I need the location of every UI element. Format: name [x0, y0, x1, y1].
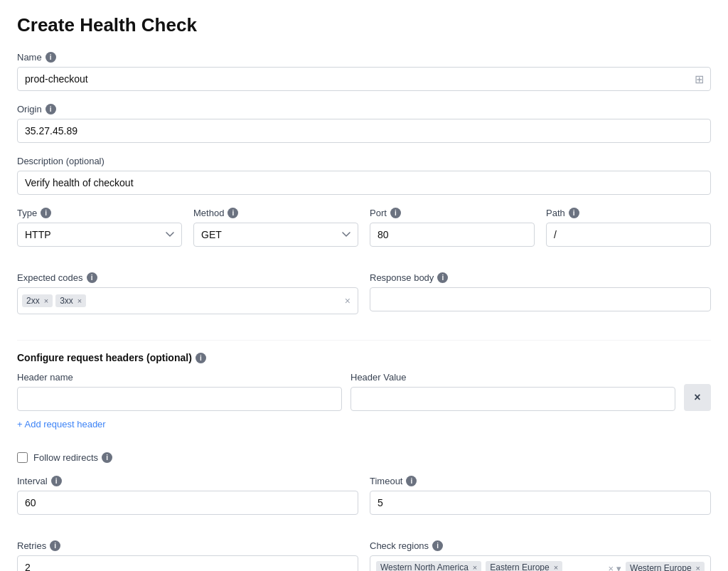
interval-timeout-row: Interval i Timeout i	[17, 476, 711, 528]
method-info-icon[interactable]: i	[228, 208, 238, 218]
headers-info-icon[interactable]: i	[196, 353, 206, 363]
check-regions-info-icon[interactable]: i	[432, 540, 443, 551]
header-value-input[interactable]	[350, 387, 675, 411]
method-label-text: Method	[193, 208, 224, 218]
description-label-text: Description (optional)	[17, 156, 105, 166]
interval-label: Interval i	[17, 476, 358, 486]
header-value-field: Header Value	[350, 372, 675, 411]
headers-section: Configure request headers (optional) i H…	[17, 340, 711, 439]
origin-input[interactable]	[17, 119, 711, 143]
codes-response-row: Expected codes i 2xx × 3xx × × Response …	[17, 272, 711, 327]
path-field-group: Path i	[546, 208, 711, 247]
retries-input[interactable]	[17, 555, 358, 571]
tag-western-europe-remove[interactable]: ×	[696, 564, 700, 571]
tag-western-north-america-remove[interactable]: ×	[473, 563, 477, 571]
name-info-icon[interactable]: i	[46, 52, 56, 63]
type-label-text: Type	[17, 208, 37, 218]
header-delete-button[interactable]: ×	[684, 384, 711, 411]
check-regions-label-text: Check regions	[370, 540, 429, 551]
type-select[interactable]: HTTP HTTPS TCP	[17, 223, 182, 247]
interval-label-text: Interval	[17, 476, 48, 486]
add-header-link[interactable]: + Add request header	[17, 419, 106, 429]
follow-redirects-checkbox[interactable]	[17, 452, 28, 463]
port-label-text: Port	[370, 208, 387, 218]
origin-info-icon[interactable]: i	[46, 104, 56, 114]
path-input[interactable]	[546, 223, 711, 247]
regions-clear-icon[interactable]: ×	[608, 563, 614, 572]
retries-label-text: Retries	[17, 540, 46, 551]
check-regions-label: Check regions i	[370, 540, 711, 551]
description-input[interactable]	[17, 171, 711, 195]
follow-redirects-label: Follow redirects i	[33, 452, 112, 463]
header-name-label-text: Header name	[17, 372, 73, 383]
name-label-text: Name	[17, 52, 42, 63]
origin-label: Origin i	[17, 104, 711, 114]
port-field-group: Port i	[370, 208, 535, 247]
tag-eastern-europe: Eastern Europe ×	[486, 561, 562, 571]
check-regions-input[interactable]: Western North America × Eastern Europe ×…	[370, 555, 711, 571]
response-body-info-icon[interactable]: i	[437, 272, 448, 283]
port-info-icon[interactable]: i	[390, 208, 401, 218]
response-body-label: Response body i	[370, 272, 711, 283]
port-label: Port i	[370, 208, 535, 218]
header-name-input[interactable]	[17, 387, 342, 411]
regions-dropdown-icon[interactable]: ▾	[616, 563, 621, 572]
method-select[interactable]: GET POST HEAD	[193, 223, 358, 247]
interval-info-icon[interactable]: i	[51, 476, 62, 486]
port-input[interactable]	[370, 223, 535, 247]
page-title: Create Health Check	[17, 14, 711, 36]
timeout-label: Timeout i	[370, 476, 711, 486]
header-delete-wrapper: ×	[684, 384, 711, 411]
expected-codes-label: Expected codes i	[17, 272, 358, 283]
name-field-group: Name i ⊞	[17, 52, 711, 91]
header-value-label-text: Header Value	[350, 372, 407, 383]
timeout-info-icon[interactable]: i	[406, 476, 417, 486]
interval-field-group: Interval i	[17, 476, 358, 515]
description-field-group: Description (optional)	[17, 156, 711, 195]
origin-field-group: Origin i	[17, 104, 711, 143]
follow-redirects-info-icon[interactable]: i	[102, 452, 112, 463]
method-label: Method i	[193, 208, 358, 218]
expected-codes-clear[interactable]: ×	[342, 295, 353, 306]
follow-redirects-row: Follow redirects i	[17, 452, 711, 463]
type-label: Type i	[17, 208, 182, 218]
check-regions-field-group: Check regions i Western North America × …	[370, 540, 711, 571]
tag-western-north-america: Western North America ×	[376, 561, 481, 571]
name-input[interactable]	[17, 67, 711, 91]
tag-3xx-remove[interactable]: ×	[77, 297, 82, 305]
timeout-field-group: Timeout i	[370, 476, 711, 515]
type-info-icon[interactable]: i	[41, 208, 51, 218]
interval-input[interactable]	[17, 491, 358, 515]
timeout-input[interactable]	[370, 491, 711, 515]
expected-codes-label-text: Expected codes	[17, 272, 83, 283]
response-body-input[interactable]	[370, 287, 711, 311]
path-label: Path i	[546, 208, 711, 218]
tag-2xx-remove[interactable]: ×	[44, 297, 48, 305]
follow-redirects-label-text: Follow redirects	[33, 452, 98, 463]
name-copy-icon: ⊞	[695, 73, 704, 86]
response-body-field-group: Response body i	[370, 272, 711, 314]
headers-section-title-text: Configure request headers (optional)	[17, 352, 192, 363]
response-body-label-text: Response body	[370, 272, 434, 283]
expected-codes-input[interactable]: 2xx × 3xx × ×	[17, 287, 358, 314]
name-label: Name i	[17, 52, 711, 63]
header-name-label: Header name	[17, 372, 342, 383]
type-field-group: Type i HTTP HTTPS TCP	[17, 208, 182, 247]
header-row: Header name Header Value ×	[17, 372, 711, 411]
tag-2xx: 2xx ×	[22, 294, 53, 307]
retries-field-group: Retries i	[17, 540, 358, 571]
tag-3xx: 3xx ×	[55, 294, 86, 307]
headers-section-title: Configure request headers (optional) i	[17, 352, 711, 363]
expected-codes-info-icon[interactable]: i	[87, 272, 97, 283]
retries-label: Retries i	[17, 540, 358, 551]
path-label-text: Path	[546, 208, 565, 218]
method-field-group: Method i GET POST HEAD	[193, 208, 358, 247]
description-label: Description (optional)	[17, 156, 711, 166]
retries-info-icon[interactable]: i	[50, 540, 60, 551]
timeout-label-text: Timeout	[370, 476, 402, 486]
header-name-field: Header name	[17, 372, 342, 411]
path-info-icon[interactable]: i	[569, 208, 579, 218]
type-method-port-path-row: Type i HTTP HTTPS TCP Method i GET POST …	[17, 208, 711, 260]
tag-eastern-europe-remove[interactable]: ×	[554, 563, 558, 571]
regions-controls: × ▾	[608, 562, 621, 572]
